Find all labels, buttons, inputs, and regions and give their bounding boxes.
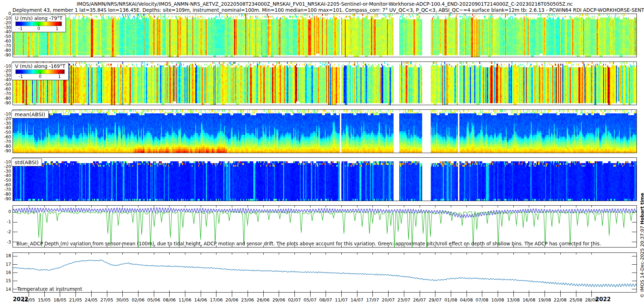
panel-u-velocity: U (m/s) along -79°T -1 0 1 bbox=[13, 14, 637, 57]
x-tick-mark bbox=[435, 292, 435, 297]
v-colorbar-labels: -1 0 1 bbox=[14, 74, 66, 79]
x-tick-label: 13/08 bbox=[507, 297, 520, 303]
y-tick-label: -1 bbox=[0, 219, 11, 224]
imos-copyright-watermark: © IMOS 14-Dec-2025 20:37:07 Hobart time bbox=[639, 193, 644, 298]
v-velocity-heatmap bbox=[13, 62, 636, 105]
x-tick-label: 08/06 bbox=[163, 297, 176, 303]
x-tick-mark bbox=[279, 292, 279, 297]
panel-v-velocity: V (m/s) along -169°T -1 0 1 bbox=[13, 62, 637, 105]
std-absi-legend-title: std(ABSI) bbox=[15, 160, 39, 165]
x-tick-label: 22/08 bbox=[554, 297, 567, 303]
x-tick-mark bbox=[576, 292, 576, 297]
y-tick-label: 18 bbox=[0, 253, 11, 258]
x-tick-mark bbox=[44, 292, 45, 297]
x-tick-label: 07/08 bbox=[475, 297, 488, 303]
x-tick-mark bbox=[138, 292, 138, 297]
x-tick-mark bbox=[232, 292, 232, 297]
panel-mean-absi: mean(ABSI) bbox=[13, 109, 637, 153]
mean-absi-legend-title: mean(ABSI) bbox=[15, 112, 45, 117]
x-tick-label: 26/06 bbox=[257, 297, 269, 303]
x-tick-mark bbox=[341, 292, 342, 297]
x-tick-mark bbox=[451, 292, 451, 297]
std-absi-legend: std(ABSI) bbox=[11, 158, 42, 166]
x-tick-label: 20/06 bbox=[225, 297, 238, 303]
x-tick-mark bbox=[201, 292, 201, 297]
x-tick-mark bbox=[372, 292, 373, 297]
x-tick-label: 23/06 bbox=[241, 297, 254, 303]
x-tick-mark bbox=[560, 292, 561, 297]
x-tick-label: 02/07 bbox=[288, 297, 301, 303]
u-velocity-legend-title: U (m/s) along -79°T bbox=[14, 15, 63, 21]
v-colorbar bbox=[15, 69, 65, 74]
x-tick-label: 11/07 bbox=[335, 297, 348, 303]
x-tick-mark bbox=[75, 292, 76, 297]
x-tick-label: 29/07 bbox=[429, 297, 441, 303]
v-velocity-legend: V (m/s) along -169°T -1 0 1 bbox=[11, 63, 69, 80]
depth-variation-note: Blue: ADCP Depth (m) variation from sens… bbox=[16, 241, 601, 246]
x-tick-mark bbox=[357, 292, 357, 297]
colorbar-tick-label: -1 bbox=[19, 74, 23, 79]
std-absi-heatmap bbox=[13, 158, 636, 201]
x-tick-mark bbox=[404, 292, 404, 297]
x-tick-mark bbox=[294, 292, 295, 297]
year-label-left: 2022 bbox=[13, 296, 28, 303]
plot-subtitle-deployment-info: Deployment 43, member 1 lat=35.84S lon=1… bbox=[13, 7, 637, 13]
x-tick-mark bbox=[388, 292, 389, 297]
x-tick-mark bbox=[545, 292, 545, 297]
u-velocity-legend: U (m/s) along -79°T -1 0 1 bbox=[11, 15, 66, 32]
x-tick-label: 26/07 bbox=[413, 297, 426, 303]
colorbar-tick-label: 0 bbox=[39, 74, 42, 79]
x-tick-label: 01/08 bbox=[444, 297, 457, 303]
x-tick-mark bbox=[216, 292, 216, 297]
x-tick-label: 05/06 bbox=[147, 297, 160, 303]
x-tick-mark bbox=[91, 292, 92, 297]
x-tick-mark bbox=[154, 292, 154, 297]
x-tick-label: 05/07 bbox=[304, 297, 317, 303]
x-tick-label: 11/06 bbox=[179, 297, 191, 303]
colorbar-tick-label: 0 bbox=[37, 26, 40, 31]
x-tick-label: 10/08 bbox=[491, 297, 504, 303]
x-tick-mark bbox=[326, 292, 326, 297]
x-tick-mark bbox=[122, 292, 123, 297]
mean-absi-legend: mean(ABSI) bbox=[11, 111, 49, 118]
y-tick-label: -90 bbox=[0, 148, 11, 153]
y-tick-label: -2 bbox=[0, 229, 11, 234]
plot-title-filename: IMOS/ANMN/NRS/NRSKAI/Velocity/IMOS_ANMN-… bbox=[13, 1, 637, 7]
x-tick-label: 27/05 bbox=[100, 297, 113, 303]
x-tick-mark bbox=[591, 292, 592, 297]
temperature-line bbox=[13, 253, 636, 292]
x-tick-label: 16/08 bbox=[522, 297, 535, 303]
panel-std-absi: std(ABSI) bbox=[13, 157, 637, 201]
year-label-right: 2022 bbox=[595, 296, 611, 303]
x-tick-mark bbox=[248, 292, 248, 297]
x-tick-label: 14/07 bbox=[351, 297, 364, 303]
y-tick-label: 14 bbox=[0, 287, 11, 292]
x-tick-mark bbox=[420, 292, 420, 297]
x-tick-label: 24/05 bbox=[85, 297, 98, 303]
x-tick-mark bbox=[498, 292, 498, 297]
x-tick-mark bbox=[467, 292, 467, 297]
x-tick-mark bbox=[482, 292, 482, 297]
watermark-timezone: Hobart time bbox=[639, 193, 644, 224]
u-velocity-heatmap bbox=[13, 14, 636, 57]
y-tick-label: 16 bbox=[0, 270, 11, 275]
x-tick-label: 15/05 bbox=[38, 297, 51, 303]
x-tick-label: 04/08 bbox=[460, 297, 473, 303]
x-tick-label: 18/05 bbox=[53, 297, 66, 303]
colorbar-tick-label: 1 bbox=[56, 26, 59, 31]
x-tick-label: 02/06 bbox=[132, 297, 145, 303]
x-tick-mark bbox=[310, 292, 311, 297]
panel-depth-variation: Blue: ADCP Depth (m) variation from sens… bbox=[13, 205, 637, 247]
y-tick-label: -90 bbox=[0, 100, 11, 106]
x-tick-mark bbox=[513, 292, 514, 297]
x-tick-mark bbox=[529, 292, 529, 297]
u-colorbar-labels: -1 0 1 bbox=[14, 26, 63, 31]
watermark-text: © IMOS 14-Dec-2025 20:37:07 bbox=[639, 224, 644, 298]
x-tick-label: 30/05 bbox=[116, 297, 129, 303]
panel-temperature: Temperature at instrument bbox=[13, 252, 637, 293]
y-tick-label: -90 bbox=[0, 196, 11, 201]
mean-absi-heatmap bbox=[13, 110, 636, 153]
u-colorbar bbox=[15, 21, 62, 26]
adcp-diagnostic-plot: IMOS/ANMN/NRS/NRSKAI/Velocity/IMOS_ANMN-… bbox=[0, 0, 644, 304]
y-tick-label: -3 bbox=[0, 240, 11, 245]
